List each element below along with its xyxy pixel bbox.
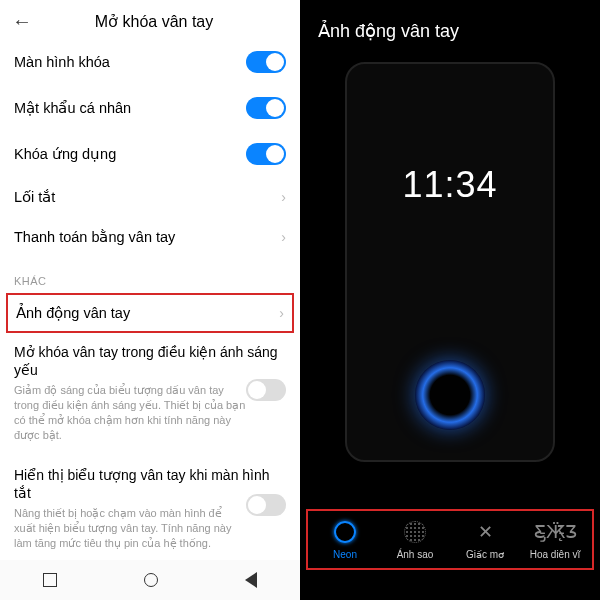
option-label: Hoa diên vĩ xyxy=(520,549,590,560)
toggle-on[interactable] xyxy=(246,51,286,73)
option-label: Neon xyxy=(310,549,380,560)
fingerprint-ring-icon xyxy=(415,360,485,430)
toggle-on[interactable] xyxy=(246,97,286,119)
star-icon xyxy=(404,521,426,543)
screenshot-pair: ← Mở khóa vân tay Màn hình khóa Mật khẩu… xyxy=(0,0,600,600)
page-title: Mở khóa vân tay xyxy=(40,12,268,31)
animation-options: Neon Ánh sao ✕ Giấc mơ Ƹ̵̡Ӝ̵̨̄Ʒ Hoa diên… xyxy=(306,509,594,570)
row-label: Màn hình khóa xyxy=(14,54,110,70)
home-icon[interactable] xyxy=(144,573,158,587)
row-label: Khóa ứng dụng xyxy=(14,146,116,162)
neon-ring-icon xyxy=(334,521,356,543)
recent-apps-icon[interactable] xyxy=(43,573,57,587)
toggle-off[interactable] xyxy=(246,379,286,401)
row-label: Mật khẩu cá nhân xyxy=(14,100,131,116)
chevron-right-icon: › xyxy=(281,229,286,245)
section-label: KHÁC xyxy=(0,257,300,293)
row-applock[interactable]: Khóa ứng dụng xyxy=(0,131,300,177)
row-title: Mở khóa vân tay trong điều kiện ánh sáng… xyxy=(14,343,286,379)
back-icon[interactable]: ← xyxy=(12,10,32,33)
butterfly-icon: Ƹ̵̡Ӝ̵̨̄Ʒ xyxy=(542,519,568,545)
row-label: Thanh toán bằng vân tay xyxy=(14,229,175,245)
option-label: Giấc mơ xyxy=(450,549,520,560)
option-starlight[interactable]: Ánh sao xyxy=(380,519,450,560)
page-title: Ảnh động vân tay xyxy=(300,0,600,56)
chevron-right-icon: › xyxy=(279,305,284,321)
clock-display: 11:34 xyxy=(347,164,553,206)
back-nav-icon[interactable] xyxy=(245,572,257,588)
row-desc: Giảm độ sáng của biểu tượng dấu vân tay … xyxy=(14,383,286,442)
cross-icon: ✕ xyxy=(472,519,498,545)
android-navbar xyxy=(0,560,300,600)
toggle-off[interactable] xyxy=(246,494,286,516)
row-fingerprint-animation[interactable]: Ảnh động vân tay › xyxy=(6,293,294,333)
header: ← Mở khóa vân tay xyxy=(0,0,300,39)
row-showicon[interactable]: Hiển thị biểu tượng vân tay khi màn hình… xyxy=(0,456,300,555)
settings-screen: ← Mở khóa vân tay Màn hình khóa Mật khẩu… xyxy=(0,0,300,600)
row-password[interactable]: Mật khẩu cá nhân xyxy=(0,85,300,131)
row-label: Lối tắt xyxy=(14,189,55,205)
row-payment[interactable]: Thanh toán bằng vân tay › xyxy=(0,217,300,257)
row-lowlight[interactable]: Mở khóa vân tay trong điều kiện ánh sáng… xyxy=(0,333,300,447)
option-neon[interactable]: Neon xyxy=(310,519,380,560)
phone-preview: 11:34 xyxy=(345,62,555,462)
row-title: Hiển thị biểu tượng vân tay khi màn hình… xyxy=(14,466,286,502)
row-shortcut[interactable]: Lối tắt › xyxy=(0,177,300,217)
row-desc: Nâng thiết bị hoặc chạm vào màn hình để … xyxy=(14,506,286,551)
toggle-on[interactable] xyxy=(246,143,286,165)
option-dream[interactable]: ✕ Giấc mơ xyxy=(450,519,520,560)
chevron-right-icon: › xyxy=(281,189,286,205)
row-lockscreen[interactable]: Màn hình khóa xyxy=(0,39,300,85)
option-label: Ánh sao xyxy=(380,549,450,560)
divider xyxy=(0,451,300,452)
option-iris[interactable]: Ƹ̵̡Ӝ̵̨̄Ʒ Hoa diên vĩ xyxy=(520,519,590,560)
row-label: Ảnh động vân tay xyxy=(16,305,130,321)
animation-picker-screen: Ảnh động vân tay 11:34 Neon Ánh sao ✕ Gi… xyxy=(300,0,600,600)
